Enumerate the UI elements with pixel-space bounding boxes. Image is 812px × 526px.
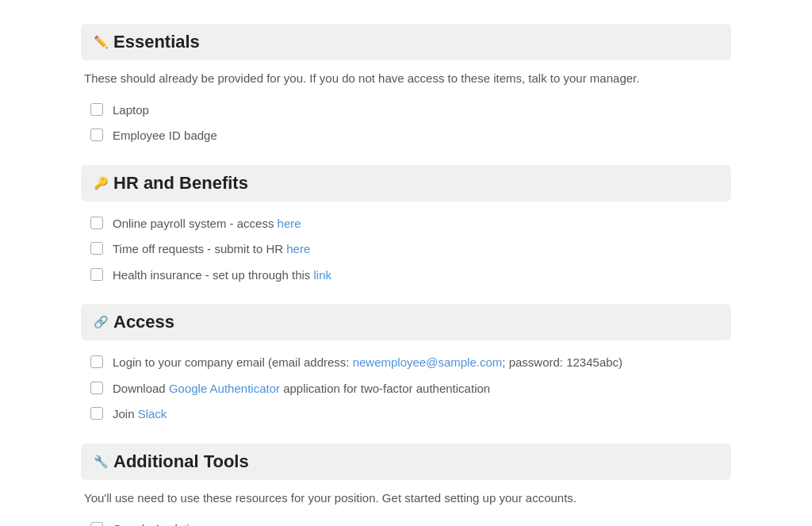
list-item: Laptop [87,98,731,124]
essentials-checklist: Laptop Employee ID badge [81,98,731,149]
authenticator-link[interactable]: Google Authenticator [169,382,280,395]
access-icon: 🔗 [94,315,109,329]
list-item: Login to your company email (email addre… [87,350,731,376]
checkbox[interactable] [90,382,103,394]
essentials-header: ✏️ Essentials [81,24,731,60]
additional-tools-icon: 🔧 [94,455,109,469]
item-label: Time off requests - submit to HR here [113,240,310,259]
list-item: Google Analytics [87,516,731,526]
list-item: Time off requests - submit to HR here [87,236,731,263]
additional-tools-checklist: Google Analytics Twitter Google Search C… [81,516,731,526]
checkbox[interactable] [90,268,103,281]
item-label: Health insurance - set up through this l… [113,267,331,285]
essentials-title: Essentials [113,32,200,52]
checkbox[interactable] [90,242,103,255]
hr-benefits-icon: 🔑 [94,176,109,190]
checkbox[interactable] [90,522,103,526]
access-title: Access [113,312,174,332]
hr-benefits-section: 🔑 HR and Benefits Online payroll system … [81,165,731,289]
hr-benefits-header: 🔑 HR and Benefits [81,165,731,202]
access-section: 🔗 Access Login to your company email (em… [81,304,731,428]
item-label: Online payroll system - access here [113,215,301,233]
item-label: Google Analytics [113,520,201,526]
additional-tools-description: You'll use need to use these resources f… [81,490,731,508]
essentials-icon: ✏️ [94,35,109,49]
item-label: Download Google Authenticator applicatio… [113,380,490,398]
list-item: Join Slack [87,401,731,428]
list-item: Employee ID badge [87,123,731,149]
hr-benefits-checklist: Online payroll system - access here Time… [81,211,731,289]
access-checklist: Login to your company email (email addre… [81,350,731,428]
slack-link[interactable]: Slack [138,407,167,420]
item-label: Laptop [113,102,149,120]
checkbox[interactable] [90,355,103,368]
email-link[interactable]: newemployee@sample.com [353,355,503,369]
health-link[interactable]: link [313,268,331,282]
additional-tools-section: 🔧 Additional Tools You'll use need to us… [81,443,731,527]
hr-benefits-title: HR and Benefits [113,173,248,194]
additional-tools-title: Additional Tools [113,451,249,472]
timeoff-link[interactable]: here [286,242,310,255]
item-label: Login to your company email (email addre… [113,354,622,372]
payroll-link[interactable]: here [278,217,301,230]
list-item: Online payroll system - access here [87,211,731,237]
checkbox[interactable] [90,217,103,229]
access-header: 🔗 Access [81,304,731,340]
checkbox[interactable] [90,103,103,116]
item-label: Join Slack [113,405,167,424]
additional-tools-header: 🔧 Additional Tools [81,443,731,480]
list-item: Health insurance - set up through this l… [87,263,731,289]
essentials-section: ✏️ Essentials These should already be pr… [81,24,731,149]
essentials-description: These should already be provided for you… [81,70,731,88]
list-item: Download Google Authenticator applicatio… [87,376,731,402]
item-label: Employee ID badge [113,127,217,145]
checkbox[interactable] [90,129,103,141]
page-container: ✏️ Essentials These should already be pr… [65,16,747,526]
checkbox[interactable] [90,407,103,420]
